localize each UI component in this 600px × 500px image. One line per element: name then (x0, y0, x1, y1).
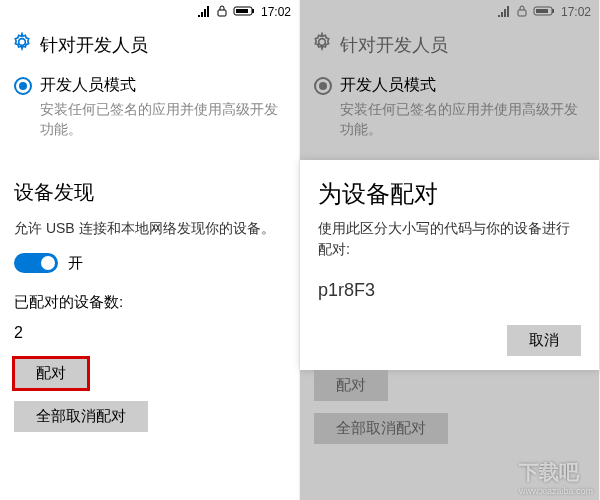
lock-icon (217, 5, 227, 20)
dialog-text: 使用此区分大小写的代码与你的设备进行配对: (318, 218, 581, 260)
radio-selected-icon (14, 77, 32, 95)
gear-icon (312, 32, 332, 57)
screen-settings: 17:02 针对开发人员 开发人员模式 安装任何已签名的应用并使用高级开发功能。… (0, 0, 300, 500)
watermark-url: www.xiazaiba.com (519, 486, 593, 496)
pairing-code: p1r8F3 (318, 280, 581, 301)
unpair-all-button: 全部取消配对 (314, 413, 448, 444)
toggle-knob-icon (41, 256, 55, 270)
cancel-button[interactable]: 取消 (507, 325, 581, 356)
svg-rect-3 (236, 9, 248, 13)
paired-count-label: 已配对的设备数: (0, 281, 299, 314)
toggle-state-label: 开 (68, 254, 83, 273)
watermark-text: 下载吧 (519, 459, 593, 486)
pair-dialog: 为设备配对 使用此区分大小写的代码与你的设备进行配对: p1r8F3 取消 (300, 160, 599, 370)
svg-rect-2 (252, 9, 254, 13)
unpair-all-button[interactable]: 全部取消配对 (14, 401, 148, 432)
battery-icon (533, 5, 555, 20)
screen-pair-dialog: 17:02 针对开发人员 开发人员模式 安装任何已签名的应用并使用高级开发功能。… (300, 0, 600, 500)
paired-count-value: 2 (0, 314, 299, 352)
svg-rect-4 (518, 10, 526, 16)
page-title: 针对开发人员 (40, 33, 148, 57)
devmode-radio[interactable]: 开发人员模式 (0, 69, 299, 98)
page-header: 针对开发人员 (300, 24, 599, 69)
pair-button: 配对 (314, 370, 388, 401)
radio-selected-icon (314, 77, 332, 95)
dialog-title: 为设备配对 (318, 178, 581, 210)
devmode-desc: 安装任何已签名的应用并使用高级开发功能。 (0, 98, 299, 149)
signal-icon (197, 5, 211, 20)
svg-rect-7 (536, 9, 548, 13)
battery-icon (233, 5, 255, 20)
status-bar: 17:02 (0, 0, 299, 24)
status-time: 17:02 (561, 5, 591, 19)
devmode-radio: 开发人员模式 (300, 69, 599, 98)
devmode-desc: 安装任何已签名的应用并使用高级开发功能。 (300, 98, 599, 149)
svg-rect-6 (552, 9, 554, 13)
devmode-label: 开发人员模式 (340, 75, 436, 96)
gear-icon (12, 32, 32, 57)
discovery-title: 设备发现 (0, 149, 299, 212)
discovery-toggle[interactable] (14, 253, 58, 273)
devmode-label: 开发人员模式 (40, 75, 136, 96)
page-title: 针对开发人员 (340, 33, 448, 57)
status-bar: 17:02 (300, 0, 599, 24)
page-header: 针对开发人员 (0, 24, 299, 69)
pair-button[interactable]: 配对 (14, 358, 88, 389)
lock-icon (517, 5, 527, 20)
status-time: 17:02 (261, 5, 291, 19)
watermark: 下载吧 www.xiazaiba.com (519, 459, 593, 496)
signal-icon (497, 5, 511, 20)
discovery-desc: 允许 USB 连接和本地网络发现你的设备。 (0, 212, 299, 245)
svg-rect-0 (218, 10, 226, 16)
